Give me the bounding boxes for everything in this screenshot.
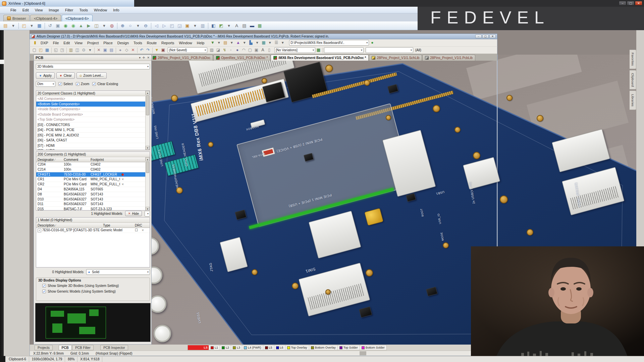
altium-menubar-icon-9[interactable]: ▾: [267, 40, 273, 46]
altium-draw-icon-7[interactable]: ▣: [253, 47, 260, 53]
component-row-D4[interactable]: D4BZA956A,115SOT665: [36, 187, 150, 192]
checkbox[interactable]: ✓: [42, 284, 46, 288]
xnview-toolbar-icon-15[interactable]: ◍: [108, 22, 115, 29]
xnview-menu-filter[interactable]: Filter: [62, 8, 76, 12]
xnview-tab-3[interactable]: <Clipboard-6>: [62, 15, 93, 21]
xnview-toolbar-icon-11[interactable]: ▲: [77, 22, 85, 29]
xnview-titlebar[interactable]: XnView - [Clipboard-6]: [0, 0, 644, 7]
right-tab-libraries[interactable]: Libraries: [630, 90, 636, 110]
component-row-CR2[interactable]: CR2PCIe Mini CardMINI_PCIE_FULL_CAR✕: [36, 182, 150, 187]
layer-tab-5[interactable]: L5: [263, 345, 274, 350]
classes-scrollbar[interactable]: ▲▼: [145, 91, 150, 150]
dock-tab-pcb-filter[interactable]: PCB Filter: [72, 345, 94, 350]
xnview-toolbar-icon-30[interactable]: ◧: [210, 22, 217, 29]
class-row-8[interactable]: [05] - PCIE MINI 2, AUDIO2: [36, 133, 150, 138]
xnview-toolbar-icon-18[interactable]: ○: [127, 22, 134, 29]
xnview-menu-view[interactable]: View: [32, 8, 46, 12]
altium-menu-project[interactable]: Project: [85, 41, 101, 45]
altium-toolbar-icon-13[interactable]: ▣: [102, 47, 108, 53]
altium-menubar-icon-7[interactable]: ▾: [254, 40, 260, 46]
option-check-select[interactable]: ✓Select: [58, 82, 73, 86]
component-row-D10[interactable]: D10BGX50AE6327SOT143: [36, 197, 150, 202]
class-row-4[interactable]: <Outside Board Components>: [36, 112, 150, 117]
altium-menubar-icon-1[interactable]: ▾: [216, 40, 222, 46]
doc-tab-4[interactable]: 28Pins_Project_V1I1.SchLib: [369, 55, 422, 61]
class-row-7[interactable]: [04] - PCIE MINI 1, PCIE: [36, 127, 150, 133]
close-button[interactable]: ✕: [635, 1, 642, 5]
panel-menu-icon[interactable]: ▾: [139, 56, 141, 59]
altium-minimize-button[interactable]: –: [475, 35, 482, 38]
dock-tab-projects[interactable]: Projects: [35, 345, 53, 350]
components-column-header[interactable]: Designator ∕ Comment Footprint: [36, 157, 150, 162]
doc-tab-5[interactable]: 28Pins_Project_V1I1.PcbLib: [422, 55, 475, 61]
xnview-menu-window[interactable]: Window: [91, 8, 110, 12]
pcb-panel-header[interactable]: PCB ▾ ✛ ✕: [34, 55, 151, 61]
altium-menubar-icon-10[interactable]: ☰: [273, 40, 279, 46]
xnview-menu-info[interactable]: Info: [110, 8, 122, 12]
class-row-1[interactable]: <All Components>: [36, 96, 150, 102]
checkbox[interactable]: ✓: [42, 290, 46, 293]
xnview-toolbar-icon-32[interactable]: ▾: [225, 22, 232, 29]
altium-toolbar-icon-24[interactable]: ▣: [160, 47, 166, 53]
altium-menubar-icon-8[interactable]: ▦: [260, 40, 267, 46]
component-row-D11[interactable]: D11BGX50AE6327SOT143: [36, 202, 150, 207]
xnview-toolbar-icon-20[interactable]: ⊖: [142, 22, 149, 29]
xnview-toolbar-icon-36[interactable]: ▦: [256, 22, 263, 29]
xnview-toolbar-icon-23[interactable]: ▷: [161, 22, 168, 29]
layer-tab-3[interactable]: L3: [231, 345, 242, 350]
dock-tab-pcb-inspector[interactable]: PCB Inspector: [100, 345, 128, 350]
xnview-toolbar-icon-24[interactable]: ◰: [168, 22, 175, 29]
components-scrollbar[interactable]: ▲▼: [145, 157, 150, 210]
altium-menubar-icon-6[interactable]: ▙: [248, 40, 254, 46]
xnview-toolbar-icon-33[interactable]: A: [233, 22, 240, 29]
altium-menubar-icon-5[interactable]: ▾: [241, 40, 248, 46]
component-row-C214[interactable]: C214100nC0402: [36, 167, 150, 172]
xnview-menu-tools[interactable]: Tools: [76, 8, 91, 12]
xnview-tab-2[interactable]: <Clipboard-4>: [30, 15, 61, 21]
xnview-toolbar-icon-26[interactable]: ▣: [184, 22, 191, 29]
layer-tab-8[interactable]: Bottom Overlay: [309, 345, 337, 350]
altium-menu-place[interactable]: Place: [101, 41, 115, 45]
altium-toolbar-icon-23[interactable]: ▼: [154, 47, 160, 53]
variations-combo[interactable]: [No Variations]▾: [274, 47, 315, 53]
altium-draw-icon-4[interactable]: ●: [234, 47, 240, 53]
minimize-button[interactable]: –: [619, 1, 626, 5]
altium-menu-help[interactable]: Help: [195, 41, 207, 45]
xnview-toolbar-icon-1[interactable]: ▾: [10, 22, 17, 29]
xnview-toolbar-icon-25[interactable]: ◲: [176, 22, 183, 29]
solid-combo[interactable]: ▲ Solid▾: [86, 269, 150, 275]
xnview-toolbar-icon-19[interactable]: ▾: [135, 22, 142, 29]
altium-draw-icon-5[interactable]: ◠: [240, 47, 247, 53]
layer-tab-6[interactable]: L6: [274, 345, 285, 350]
altium-draw-icon-9[interactable]: ▯: [266, 47, 272, 53]
models-column-header[interactable]: Description ∕ Type DRC: [36, 223, 150, 228]
altium-toolbar-icon-5[interactable]: ◳: [59, 47, 65, 53]
layer-tab-10[interactable]: Bottom Solder: [360, 345, 386, 350]
class-row-11[interactable]: [08] - LVDS: [36, 148, 150, 150]
current-layer-swatch[interactable]: LS: [188, 345, 209, 350]
xnview-toolbar-icon-8[interactable]: ▣: [54, 22, 61, 29]
altium-toolbar-icon-17[interactable]: ◇: [123, 47, 130, 53]
dim-combo[interactable]: Dim▾: [36, 81, 55, 87]
xnview-toolbar-icon-4[interactable]: ▾: [28, 22, 35, 29]
component-row-C204[interactable]: C204100nC0402: [36, 162, 150, 167]
doc-tab-2[interactable]: OpenRex_V1I1_PCB.PcbDoc *: [213, 55, 270, 61]
xnview-toolbar-icon-35[interactable]: ▬: [249, 22, 256, 29]
xnview-toolbar-icon-34[interactable]: ▤: [241, 22, 248, 29]
right-tab-clipboard[interactable]: Clipboard: [630, 70, 636, 89]
altium-draw-icon-2[interactable]: ↯: [221, 47, 228, 53]
clear-button[interactable]: ▼Clear: [56, 72, 75, 79]
filter-combo-2[interactable]: ▾: [366, 47, 413, 53]
xnview-menu-image[interactable]: Image: [46, 8, 62, 12]
xnview-toolbar-icon-0[interactable]: ▤: [2, 22, 9, 29]
altium-toolbar-icon-20[interactable]: ↶: [139, 47, 145, 53]
altium-draw-icon-1[interactable]: ◪: [215, 47, 221, 53]
altium-toolbar-icon-21[interactable]: ↷: [145, 47, 151, 53]
xnview-toolbar-icon-12[interactable]: ▶: [85, 22, 92, 29]
component-row-CFAST1[interactable]: CFAST17E50-C016-00CFAST_LOCKER⬟: [36, 172, 150, 177]
class-row-2[interactable]: <Bottom Side Components>: [36, 102, 150, 107]
altium-toolbar-icon-8[interactable]: ◫: [74, 47, 80, 53]
altium-menu-window[interactable]: Window: [177, 41, 195, 45]
hide-button[interactable]: ✕Hide: [125, 211, 142, 216]
component-row-CR1[interactable]: CR1PCIe Mini CardMINI_PCIE_FULL_CAR✕: [36, 177, 150, 182]
